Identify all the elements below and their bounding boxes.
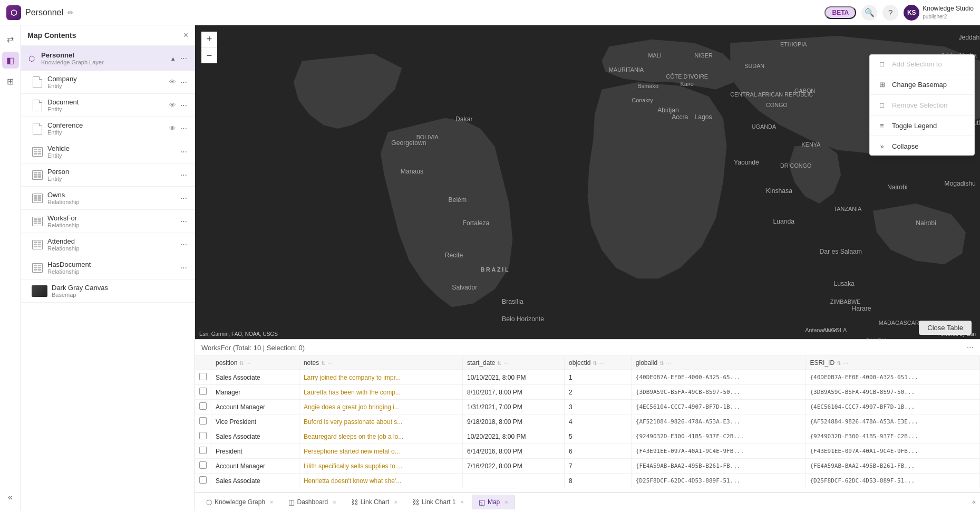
company-more-button[interactable]: ··· (178, 76, 189, 88)
company-type: Entity (47, 83, 169, 89)
zoom-out-button[interactable]: − (201, 47, 217, 63)
svg-text:ZAMBIA: ZAMBIA (866, 338, 887, 339)
tab-link-chart[interactable]: ⛓ Link Chart × (344, 495, 404, 509)
start_date-col-more[interactable]: ··· (503, 359, 509, 367)
chevron-up-icon[interactable]: ▲ (170, 55, 176, 62)
cell-position: Account Manager (211, 459, 299, 474)
position-sort-icon[interactable]: ⇅ (239, 360, 244, 366)
svg-text:Dar es Salaam: Dar es Salaam (819, 248, 862, 255)
layer-item-hasdocument[interactable]: HasDocument Relationship ··· (21, 256, 195, 279)
row-checkbox-5[interactable] (195, 444, 211, 459)
start_date-sort-icon[interactable]: ⇅ (497, 360, 501, 366)
layer-item-conference[interactable]: Conference Entity 👁 ··· (21, 117, 195, 140)
ctx-change-basemap[interactable]: ⊞ Change Basemap (870, 75, 974, 93)
link-chart-tab-close[interactable]: × (394, 499, 397, 505)
tab-dashboard[interactable]: ◫ Dashboard × (282, 495, 343, 509)
table-row[interactable]: Sales AssociateHenrietta doesn't know wh… (195, 474, 980, 488)
tab-knowledge-graph[interactable]: ⬡ Knowledge Graph × (199, 495, 280, 509)
dashboard-tab-close[interactable]: × (333, 499, 336, 505)
owns-more-button[interactable]: ··· (178, 192, 189, 204)
hasdocument-more-button[interactable]: ··· (178, 262, 189, 274)
layer-item-company[interactable]: Company Entity 👁 ··· (21, 71, 195, 94)
esri_id-sort-icon[interactable]: ⇅ (837, 360, 841, 366)
ctx-collapse[interactable]: » Collapse (870, 137, 974, 155)
row-checkbox-0[interactable] (195, 370, 211, 385)
sidebar-close-button[interactable]: × (183, 31, 188, 40)
search-button[interactable]: 🔍 (861, 5, 877, 21)
layer-group-more-button[interactable]: ··· (178, 53, 189, 64)
layer-group-header[interactable]: ⬡ Personnel Knowledge Graph Layer ▲ ··· (21, 46, 195, 71)
link-chart-1-tab-close[interactable]: × (461, 499, 464, 505)
table-row[interactable]: PresidentPersephone started new metal o.… (195, 444, 980, 459)
layer-item-worksfor[interactable]: WorksFor Relationship ··· (21, 210, 195, 233)
globalid-sort-icon[interactable]: ⇅ (659, 360, 664, 366)
close-table-button[interactable]: Close Table (919, 321, 972, 335)
edit-icon[interactable]: ✏ (67, 8, 74, 17)
row-checkbox-2[interactable] (195, 400, 211, 414)
layers-icon[interactable]: ◧ (2, 52, 19, 69)
person-more-button[interactable]: ··· (178, 169, 189, 181)
table-row[interactable]: Sales AssociateLarry joined the company … (195, 370, 980, 385)
table-panel: WorksFor (Total: 10 | Selection: 0) ··· … (195, 339, 980, 492)
document-more-button[interactable]: ··· (178, 100, 189, 111)
layer-item-attended[interactable]: Attended Relationship ··· (21, 233, 195, 256)
row-checkbox-3[interactable] (195, 414, 211, 429)
collapse-icon: » (877, 141, 887, 151)
row-checkbox-6[interactable] (195, 459, 211, 474)
beta-button[interactable]: BETA (824, 6, 856, 19)
map-canvas[interactable]: Dakar Georgetown Manaus Belém Fortaleza … (195, 25, 980, 339)
conference-more-button[interactable]: ··· (178, 123, 189, 134)
row-checkbox-4[interactable] (195, 429, 211, 444)
layer-list: Company Entity 👁 ··· Document Entity 👁 ·… (21, 71, 195, 279)
company-icon (33, 76, 42, 88)
tab-link-chart-1[interactable]: ⛓ Link Chart 1 × (405, 495, 471, 509)
layer-item-vehicle[interactable]: Vehicle Entity ··· (21, 140, 195, 163)
document-visibility-button[interactable]: 👁 (169, 101, 176, 109)
objectid-sort-icon[interactable]: ⇅ (593, 360, 597, 366)
link-chart-tab-label: Link Chart (361, 498, 390, 506)
row-checkbox-1[interactable] (195, 385, 211, 400)
objectid-col-more[interactable]: ··· (599, 359, 604, 367)
globalid-col-more[interactable]: ··· (666, 359, 671, 367)
notes-col-more[interactable]: ··· (327, 359, 333, 367)
collapse-sidebar-icon[interactable]: « (2, 489, 19, 506)
svg-text:Conakry: Conakry (632, 97, 653, 103)
layer-group-name: Personnel (41, 51, 170, 59)
table-row[interactable]: Account ManagerAngie does a great job br… (195, 400, 980, 414)
hasdocument-name: HasDocument (47, 261, 178, 268)
help-button[interactable]: ? (882, 5, 898, 21)
collapse-panel-button[interactable]: « (972, 498, 976, 506)
layer-item-person[interactable]: Person Entity ··· (21, 163, 195, 187)
table-scroll[interactable]: position⇅···notes⇅···start_date⇅···objec… (195, 356, 980, 492)
company-visibility-button[interactable]: 👁 (169, 78, 176, 86)
layer-item-owns[interactable]: Owns Relationship ··· (21, 187, 195, 210)
table-row[interactable]: Vice PresidentBuford is very passionate … (195, 414, 980, 429)
cell-esri_id: {9249032D-E300-41B5-937F-C2B... (806, 429, 980, 444)
table-icon[interactable]: ⊞ (2, 73, 19, 90)
zoom-in-button[interactable]: + (201, 32, 217, 47)
ctx-toggle-legend[interactable]: ≡ Toggle Legend (870, 117, 974, 134)
conference-type: Entity (47, 129, 169, 136)
table-row[interactable]: ManagerLauretta has been with the comp..… (195, 385, 980, 400)
esri_id-col-more[interactable]: ··· (843, 359, 848, 367)
cell-globalid: {F43E91EE-097A-40A1-9C4E-9FB... (631, 444, 806, 459)
user-badge[interactable]: KS Knowledge Studio publisher2 (904, 5, 974, 21)
conference-visibility-button[interactable]: 👁 (169, 124, 176, 132)
knowledge-graph-tab-close[interactable]: × (270, 499, 273, 505)
tab-map[interactable]: ◱ Map × (472, 495, 515, 509)
table-more-button[interactable]: ··· (967, 343, 974, 352)
worksfor-name: WorksFor (47, 214, 178, 222)
row-checkbox-7[interactable] (195, 474, 211, 488)
link-chart-1-tab-icon: ⛓ (412, 498, 419, 506)
table-row[interactable]: Sales AssociateBeauregard sleeps on the … (195, 429, 980, 444)
layer-item-document[interactable]: Document Entity 👁 ··· (21, 94, 195, 117)
table-row[interactable]: Account ManagerLilith specifically sells… (195, 459, 980, 474)
vehicle-more-button[interactable]: ··· (178, 146, 189, 158)
svg-text:NIGER: NIGER (695, 52, 713, 59)
map-tab-close[interactable]: × (504, 499, 508, 505)
worksfor-more-button[interactable]: ··· (178, 216, 189, 227)
notes-sort-icon[interactable]: ⇅ (321, 360, 325, 366)
attended-more-button[interactable]: ··· (178, 239, 189, 250)
position-col-more[interactable]: ··· (246, 359, 251, 367)
network-icon[interactable]: ⇄ (2, 31, 19, 47)
